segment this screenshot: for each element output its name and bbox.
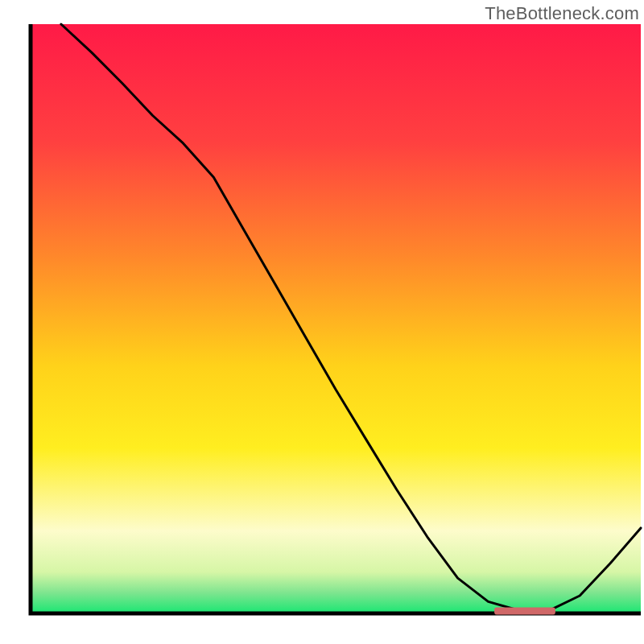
- bottleneck-chart: [0, 0, 644, 644]
- chart-container: { "attribution": "TheBottleneck.com", "c…: [0, 0, 644, 644]
- plot-area: [31, 24, 641, 613]
- optimal-marker: [494, 608, 555, 615]
